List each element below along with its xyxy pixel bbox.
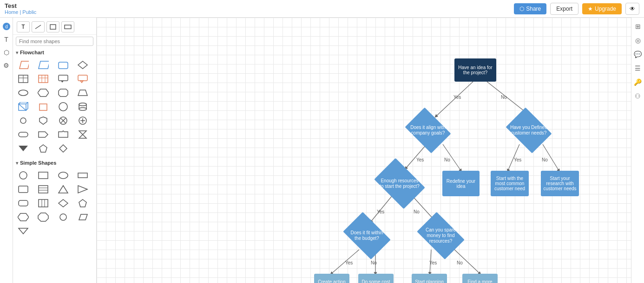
node-create-action[interactable]: Create action plan xyxy=(314,274,349,283)
shape-rect-rounded[interactable] xyxy=(56,59,71,71)
node-does-align[interactable]: Does it align with company goals? xyxy=(409,116,447,144)
shape-x-circle[interactable] xyxy=(56,115,71,127)
node-feasible-idea[interactable]: Find a more feasible Idea xyxy=(462,274,498,283)
shape-cylinder[interactable] xyxy=(75,101,90,113)
node-spare-money[interactable]: Can you spare money to find resources? xyxy=(421,222,460,250)
node-have-idea[interactable]: Have an idea for the project? xyxy=(454,58,496,82)
shape-oval[interactable] xyxy=(16,87,31,99)
node-start-planning[interactable]: Start planning your project xyxy=(412,274,447,283)
svg-text:Yes: Yes xyxy=(429,260,437,265)
text-tool-icon[interactable]: T xyxy=(1,34,12,45)
line-button[interactable] xyxy=(32,21,45,32)
shape-circle-sm[interactable] xyxy=(16,115,31,127)
shape-simple-parallelogram[interactable] xyxy=(75,211,90,223)
svg-marker-68 xyxy=(19,228,28,234)
shape-rect-cut[interactable] xyxy=(56,87,71,99)
node-start-research[interactable]: Start your research with customer needs xyxy=(541,171,579,196)
svg-marker-46 xyxy=(39,145,47,152)
shape-plus-circle[interactable] xyxy=(75,115,90,127)
svg-point-50 xyxy=(59,172,68,179)
shape-rect-notch[interactable] xyxy=(56,129,71,141)
section-simple-shapes[interactable]: Simple Shapes xyxy=(13,158,96,167)
svg-marker-62 xyxy=(59,199,68,207)
shape-table[interactable] xyxy=(16,73,31,85)
node-start-common[interactable]: Start with the most common customer need xyxy=(491,171,529,196)
svg-line-73 xyxy=(443,144,461,171)
svg-rect-59 xyxy=(39,199,48,207)
rect-button[interactable] xyxy=(46,21,59,32)
simple-shapes xyxy=(13,167,96,239)
shape-simple-octagon[interactable] xyxy=(36,211,51,223)
svg-marker-44 xyxy=(79,131,86,138)
layers-icon[interactable]: ◎ xyxy=(633,35,643,45)
shape-triangle-down[interactable] xyxy=(16,142,31,154)
svg-marker-21 xyxy=(38,89,49,96)
key-icon[interactable]: 🔑 xyxy=(633,77,643,87)
shape-table2[interactable] xyxy=(36,73,51,85)
shape-diamond[interactable] xyxy=(75,59,90,71)
shape-trapezoid[interactable] xyxy=(75,87,90,99)
shape-diamond-sm[interactable] xyxy=(56,142,71,154)
svg-point-48 xyxy=(20,172,27,179)
shape-simple-hexagon[interactable] xyxy=(16,211,31,223)
svg-marker-8 xyxy=(78,61,87,69)
preview-button[interactable]: 👁 xyxy=(625,3,639,15)
search-input[interactable] xyxy=(16,37,93,46)
shape-pentagon-badge[interactable] xyxy=(36,142,51,154)
topbar-right: ⬡ Share Export ★ Upgrade 👁 xyxy=(514,3,639,15)
svg-rect-3 xyxy=(50,25,56,29)
export-button[interactable]: Export xyxy=(550,3,578,15)
breadcrumb-home[interactable]: Home xyxy=(5,9,18,15)
shape-simple-rect[interactable] xyxy=(36,169,51,181)
svg-rect-7 xyxy=(59,62,68,69)
shape-simple-rect3[interactable] xyxy=(16,183,31,195)
shape-simple-pentagon[interactable] xyxy=(75,197,90,209)
shape-callout[interactable] xyxy=(56,73,71,85)
share-button[interactable]: ⬡ Share xyxy=(514,3,546,14)
shape-pentagon-arrow[interactable] xyxy=(36,129,51,141)
list-icon[interactable]: ☰ xyxy=(633,63,643,73)
shape-rect-3d[interactable] xyxy=(16,101,31,113)
shape-simple-rect2[interactable] xyxy=(75,169,90,181)
people-icon[interactable]: ⚇ xyxy=(633,91,643,101)
comment-icon[interactable]: 💬 xyxy=(633,49,643,59)
node-enough-resources[interactable]: Enough resources to start the project? xyxy=(379,168,421,199)
shape-rect-3d-2[interactable] xyxy=(36,101,51,113)
shape-parallelogram-right[interactable] xyxy=(36,59,51,71)
shape-parallelogram-left[interactable] xyxy=(16,59,31,71)
connect-icon[interactable]: ⚙ xyxy=(1,60,12,71)
shape-shield[interactable] xyxy=(36,115,51,127)
svg-line-2 xyxy=(35,25,41,29)
svg-text:No: No xyxy=(457,260,463,265)
shape-pill[interactable] xyxy=(16,129,31,141)
node-fit-budget[interactable]: Does it fit within the budget? xyxy=(347,222,387,250)
svg-text:Yes: Yes xyxy=(377,209,384,214)
node-redefine[interactable]: Redefine your idea xyxy=(442,171,480,196)
upgrade-button[interactable]: ★ Upgrade xyxy=(582,3,622,14)
shape-simple-oval[interactable] xyxy=(56,169,71,181)
shape-hex[interactable] xyxy=(36,87,51,99)
shape-hourglass[interactable] xyxy=(75,129,90,141)
shape-simple-table[interactable] xyxy=(36,183,51,195)
format-icon[interactable]: ⊞ xyxy=(633,21,643,32)
shape-simple-circle2[interactable] xyxy=(56,211,71,223)
svg-rect-18 xyxy=(78,75,87,81)
shape-simple-rect-round[interactable] xyxy=(16,197,31,209)
shape-simple-diamond[interactable] xyxy=(56,197,71,209)
rect2-button[interactable] xyxy=(61,21,74,32)
shape-simple-triangle[interactable] xyxy=(56,183,71,195)
shape-simple-triangle-right[interactable] xyxy=(75,183,90,195)
node-cost-cutting[interactable]: Do some cost cutting xyxy=(358,274,394,283)
node-have-defined[interactable]: Have you Defined customer needs? xyxy=(510,116,547,144)
breadcrumb-public[interactable]: Public xyxy=(22,9,36,15)
shape-simple-triangle-down[interactable] xyxy=(16,225,31,237)
section-flowchart[interactable]: Flowchart xyxy=(13,48,96,57)
text-button[interactable]: T xyxy=(17,21,30,32)
shape-circle-text[interactable] xyxy=(56,101,71,113)
canvas[interactable]: Yes No Yes No Yes No Yes No Yes No Yes N… xyxy=(97,18,631,283)
svg-marker-43 xyxy=(59,131,68,137)
shape-callout2[interactable] xyxy=(75,73,90,85)
shapes-icon[interactable]: ⬡ xyxy=(1,47,12,58)
shape-simple-circle[interactable] xyxy=(16,169,31,181)
shape-simple-table2[interactable] xyxy=(36,197,51,209)
